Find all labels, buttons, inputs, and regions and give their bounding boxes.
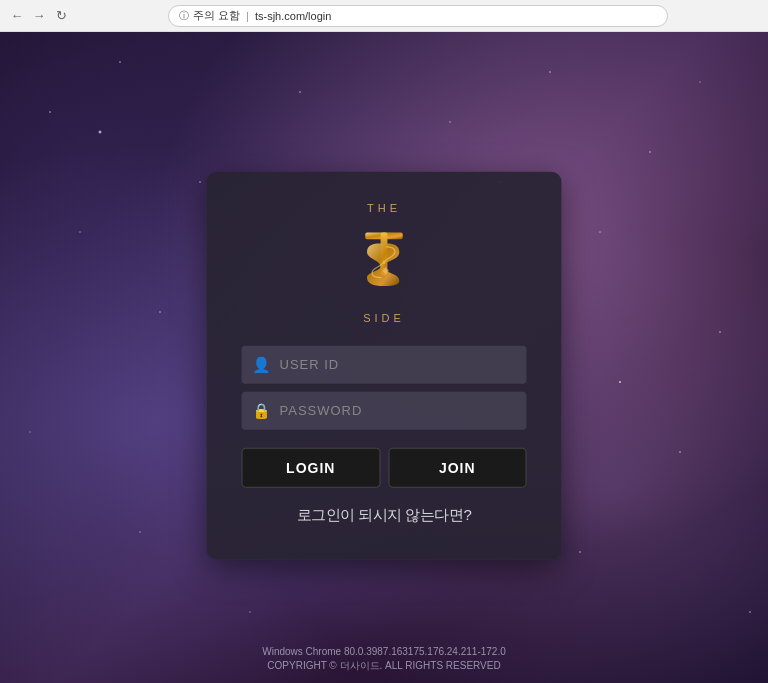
footer-version: Windows Chrome 80.0.3987.163175.176.24.2… <box>0 646 768 657</box>
logo-side-text: SIDE <box>363 311 405 323</box>
lock-icon: 🔒 <box>252 401 271 419</box>
login-button[interactable]: LOGIN <box>242 447 381 487</box>
address-bar[interactable]: ⓘ 주의 요함 | ts-sjh.com/login <box>168 5 668 27</box>
page-background: THE <box>0 32 768 683</box>
logo-image <box>339 217 429 307</box>
reload-icon[interactable]: ↻ <box>52 7 70 25</box>
logo-svg <box>342 220 427 305</box>
browser-toolbar: ← → ↻ ⓘ 주의 요함 | ts-sjh.com/login <box>0 0 768 32</box>
forward-icon[interactable]: → <box>30 7 48 25</box>
security-label: 주의 요함 <box>193 8 240 23</box>
user-icon: 👤 <box>252 355 271 373</box>
join-button[interactable]: JOIN <box>388 447 527 487</box>
userid-group: 👤 <box>242 345 527 383</box>
userid-input[interactable] <box>242 345 527 383</box>
back-icon[interactable]: ← <box>8 7 26 25</box>
url-text: ts-sjh.com/login <box>255 10 331 22</box>
forgot-password-text[interactable]: 로그인이 되시지 않는다면? <box>297 505 472 524</box>
logo-container: THE <box>339 201 429 323</box>
footer-copyright: COPYRIGHT © 더사이드. ALL RIGHTS RESERVED <box>0 659 768 673</box>
page-footer: Windows Chrome 80.0.3987.163175.176.24.2… <box>0 646 768 673</box>
nav-buttons: ← → ↻ <box>8 7 70 25</box>
login-card: THE <box>207 171 562 559</box>
action-buttons: LOGIN JOIN <box>242 447 527 487</box>
logo-the-text: THE <box>367 201 401 213</box>
password-input[interactable] <box>242 391 527 429</box>
password-group: 🔒 <box>242 391 527 429</box>
security-icon: ⓘ <box>179 9 189 23</box>
